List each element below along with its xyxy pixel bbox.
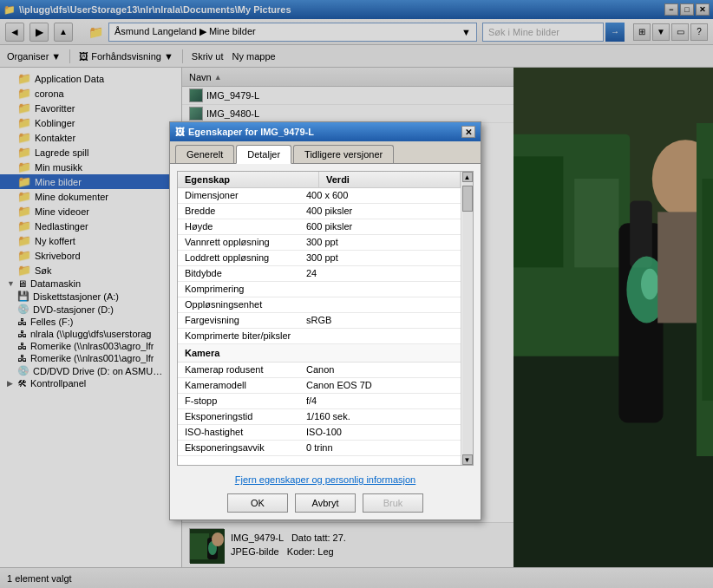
apply-button[interactable]: Bruk: [363, 493, 423, 513]
properties-table-container: Egenskap Verdi Dimensjoner 400 x 600 Bre…: [177, 171, 474, 466]
modal-file-icon: 🖼: [175, 127, 185, 137]
prop-row-opplosningsenhet: Oppløsningsenhet: [178, 297, 461, 313]
col-property: Egenskap: [178, 172, 319, 187]
col-value: Verdi: [319, 172, 461, 187]
prop-row-komprimering: Komprimering: [178, 282, 461, 297]
properties-dialog: 🖼 Egenskaper for IMG_9479-L ✕ Generelt D…: [169, 121, 481, 520]
tab-detaljer[interactable]: Detaljer: [236, 145, 291, 164]
modal-button-area: OK Avbryt Bruk: [170, 488, 481, 519]
prop-row-komprimerte: Komprimerte biter/piksler: [178, 329, 461, 344]
tab-generelt[interactable]: Generelt: [175, 145, 234, 163]
remove-properties-link[interactable]: Fjern egenskaper og personlig informasjo…: [235, 474, 416, 485]
prop-row-kamera-produsent: Kamerap rodusent Canon: [178, 363, 461, 378]
modal-title-text: Egenskaper for IMG_9479-L: [188, 127, 314, 137]
prop-row-bredde: Bredde 400 piksler: [178, 204, 461, 219]
scroll-thumb[interactable]: [462, 186, 473, 212]
prop-row-dimensjoner: Dimensjoner 400 x 600: [178, 188, 461, 204]
prop-row-fstopp: F-stopp f/4: [178, 394, 461, 409]
table-header: Egenskap Verdi: [178, 172, 461, 188]
table-content: Egenskap Verdi Dimensjoner 400 x 600 Bre…: [178, 172, 461, 465]
prop-row-fargevisning: Fargevisning sRGB: [178, 313, 461, 329]
modal-title-area: 🖼 Egenskaper for IMG_9479-L: [175, 127, 314, 137]
prop-row-loddrett: Loddrett oppløsning 300 ppt: [178, 251, 461, 266]
modal-tab-bar: Generelt Detaljer Tidligere versjoner: [170, 141, 481, 164]
modal-close-button[interactable]: ✕: [461, 126, 475, 138]
table-scrollbar[interactable]: ▲ ▼: [461, 172, 473, 465]
modal-titlebar: 🖼 Egenskaper for IMG_9479-L ✕: [170, 122, 481, 141]
prop-row-kamera-modell: Kameramodell Canon EOS 7D: [178, 378, 461, 394]
scroll-track: [462, 182, 473, 454]
modal-link-area: Fjern egenskaper og personlig informasjo…: [170, 473, 481, 488]
prop-row-hoyde: Høyde 600 piksler: [178, 219, 461, 235]
prop-row-eksponeringsavvik: Eksponeringsavvik 0 trinn: [178, 441, 461, 456]
table-with-scroll: Egenskap Verdi Dimensjoner 400 x 600 Bre…: [178, 172, 473, 465]
scroll-up-button[interactable]: ▲: [462, 172, 473, 182]
prop-row-vannrett: Vannrett oppløsning 300 ppt: [178, 235, 461, 251]
camera-section-header: Kamera: [178, 344, 461, 363]
prop-row-iso: ISO-hastighet ISO-100: [178, 425, 461, 441]
prop-row-bitdybde: Bitdybde 24: [178, 266, 461, 282]
prop-row-eksponeringstid: Eksponeringstid 1/160 sek.: [178, 409, 461, 425]
ok-button[interactable]: OK: [227, 493, 288, 513]
tab-tidligere-versjoner[interactable]: Tidligere versjoner: [293, 145, 394, 163]
scroll-down-button[interactable]: ▼: [462, 454, 473, 465]
cancel-button[interactable]: Avbryt: [295, 493, 356, 513]
